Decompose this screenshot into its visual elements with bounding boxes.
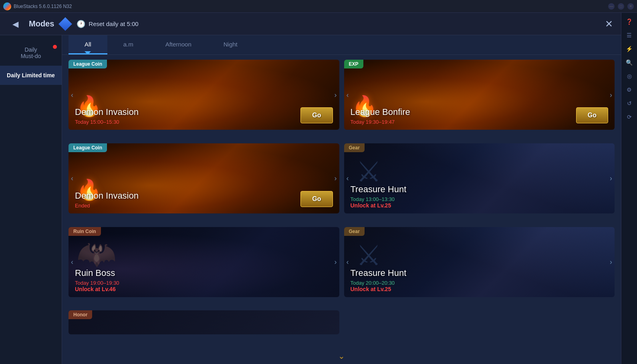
card-tag-exp: EXP bbox=[344, 60, 363, 68]
card-nav-right-1[interactable]: › bbox=[335, 90, 337, 99]
sidebar-item-daily-limited-time[interactable]: Daily Limited time bbox=[0, 66, 62, 85]
minimize-button[interactable]: — bbox=[608, 3, 615, 10]
right-toolbar: ❓ ☰ ⚡ 🔍 ◎ ⚙ ↺ ⟳ bbox=[621, 13, 637, 364]
card-tag-honor: Honor bbox=[69, 310, 92, 319]
toolbar-power-icon[interactable]: ⚡ bbox=[624, 43, 635, 54]
card-unlock-1: Unlock at Lv.25 bbox=[351, 202, 609, 209]
left-sidebar: DailyMust-do Daily Limited time bbox=[0, 35, 62, 364]
back-icon: ◀ bbox=[12, 19, 18, 29]
body-content: DailyMust-do Daily Limited time All a.m … bbox=[0, 35, 621, 364]
app-name: BlueStacks 5.6.0.1126 N32 bbox=[14, 4, 608, 9]
card-time-1: Today 15:00–15:30 bbox=[75, 119, 333, 125]
card-title-4: Treasure Hunt bbox=[351, 184, 609, 195]
card-time-4: Today 13:00–13:30 bbox=[351, 196, 609, 202]
card-title-5: Ruin Boss bbox=[75, 268, 333, 278]
main-layout: ◀ Modes 🕐 Reset daily at 5:00 ✕ DailyMus… bbox=[0, 13, 637, 364]
card-league-bonfire: 🔥 EXP ‹ › League Bonfire Today 19:30–19:… bbox=[344, 60, 615, 130]
card-tag-gear-2: Gear bbox=[344, 227, 365, 236]
close-window-button[interactable]: ✕ bbox=[627, 3, 634, 10]
go-button-3[interactable]: Go bbox=[300, 191, 333, 207]
diamond-icon[interactable] bbox=[58, 17, 72, 31]
card-title-3: Demon Invasion bbox=[75, 191, 333, 201]
tab-all[interactable]: All bbox=[69, 35, 107, 54]
card-ruin-boss: 🦇 Ruin Coin ‹ › Ruin Boss Today 19:00–19… bbox=[69, 227, 339, 297]
card-treasure-hunt-1: ⚔ Gear ‹ › Treasure Hunt Today 13:00–13:… bbox=[344, 143, 615, 213]
card-unlock-3: Unlock at Lv.25 bbox=[351, 286, 609, 292]
card-content-3: Demon Invasion Ended bbox=[69, 187, 339, 213]
scroll-indicator: ⌄ bbox=[62, 348, 621, 364]
card-time-2: Today 19:30–19:47 bbox=[351, 119, 609, 125]
card-tag-ruin-coin: Ruin Coin bbox=[69, 227, 101, 236]
reset-info: 🕐 Reset daily at 5:00 bbox=[77, 20, 138, 28]
card-nav-left-5[interactable]: ‹ bbox=[71, 258, 73, 266]
card-honor: Honor bbox=[69, 310, 339, 334]
maximize-button[interactable]: □ bbox=[618, 3, 624, 10]
card-treasure-hunt-2: ⚔ Gear ‹ › Treasure Hunt Today 20:00–20:… bbox=[344, 227, 615, 297]
card-content-1: Demon Invasion Today 15:00–15:30 bbox=[69, 103, 339, 130]
bluestacks-logo bbox=[3, 2, 11, 10]
card-nav-right-4[interactable]: › bbox=[610, 174, 612, 183]
card-demon-invasion-1: 🔥 League Coin ‹ › Demon Invasion Today 1… bbox=[69, 60, 339, 130]
card-demon-invasion-2: 🔥 League Coin ‹ › Demon Invasion Ended G… bbox=[69, 143, 339, 213]
toolbar-sync-icon[interactable]: ⟳ bbox=[624, 111, 635, 123]
title-bar: BlueStacks 5.6.0.1126 N32 — □ ✕ bbox=[0, 0, 637, 13]
toolbar-menu-icon[interactable]: ☰ bbox=[624, 30, 635, 41]
card-time-6: Today 20:00–20:30 bbox=[351, 280, 609, 286]
card-nav-left-6[interactable]: ‹ bbox=[347, 258, 349, 266]
clock-icon: 🕐 bbox=[77, 20, 85, 28]
close-button[interactable]: ✕ bbox=[605, 18, 613, 30]
go-button-2[interactable]: Go bbox=[576, 107, 608, 123]
card-nav-right-3[interactable]: › bbox=[335, 174, 337, 183]
card-unlock-2: Unlock at Lv.46 bbox=[75, 286, 333, 292]
tab-am[interactable]: a.m bbox=[107, 35, 149, 54]
chevron-down-icon: ⌄ bbox=[338, 352, 345, 360]
card-nav-right-5[interactable]: › bbox=[335, 258, 337, 266]
toolbar-settings-icon[interactable]: ⚙ bbox=[624, 84, 635, 95]
tabs: All a.m Afternoon Night bbox=[62, 35, 621, 55]
modes-title: Modes bbox=[29, 19, 54, 28]
tab-night[interactable]: Night bbox=[208, 35, 254, 54]
card-content-4: Treasure Hunt Today 13:00–13:30 Unlock a… bbox=[344, 180, 615, 213]
card-nav-left-2[interactable]: ‹ bbox=[347, 90, 349, 99]
card-tag-league-coin-1: League Coin bbox=[69, 60, 107, 68]
reset-label: Reset daily at 5:00 bbox=[89, 20, 138, 27]
card-tag-gear-1: Gear bbox=[344, 143, 365, 152]
cards-grid: 🔥 League Coin ‹ › Demon Invasion Today 1… bbox=[62, 55, 621, 348]
card-title-2: League Bonfire bbox=[351, 107, 609, 117]
go-button-1[interactable]: Go bbox=[300, 107, 333, 123]
toolbar-help-icon[interactable]: ❓ bbox=[624, 16, 635, 27]
main-panel: All a.m Afternoon Night 🔥 League Coin ‹ … bbox=[62, 35, 621, 364]
card-nav-right-6[interactable]: › bbox=[610, 258, 612, 266]
tab-afternoon[interactable]: Afternoon bbox=[149, 35, 208, 54]
card-nav-left-3[interactable]: ‹ bbox=[71, 174, 73, 183]
card-nav-left-1[interactable]: ‹ bbox=[71, 90, 73, 99]
sidebar-item-daily-must-do[interactable]: DailyMust-do bbox=[0, 40, 62, 66]
card-content-2: League Bonfire Today 19:30–19:47 bbox=[344, 103, 615, 130]
toolbar-refresh-icon[interactable]: ↺ bbox=[624, 98, 635, 109]
window-controls: — □ ✕ bbox=[608, 3, 634, 10]
toolbar-circle-icon[interactable]: ◎ bbox=[624, 70, 635, 82]
card-ended-status: Ended bbox=[75, 203, 333, 209]
card-time-5: Today 19:00–19:30 bbox=[75, 280, 333, 286]
card-nav-left-4[interactable]: ‹ bbox=[347, 174, 349, 183]
header: ◀ Modes 🕐 Reset daily at 5:00 ✕ bbox=[0, 13, 621, 35]
card-content-6: Treasure Hunt Today 20:00–20:30 Unlock a… bbox=[344, 264, 615, 297]
content-area: ◀ Modes 🕐 Reset daily at 5:00 ✕ DailyMus… bbox=[0, 13, 621, 364]
toolbar-search-icon[interactable]: 🔍 bbox=[624, 57, 635, 68]
card-title-1: Demon Invasion bbox=[75, 107, 333, 117]
card-content-5: Ruin Boss Today 19:00–19:30 Unlock at Lv… bbox=[69, 264, 339, 297]
card-tag-league-coin-2: League Coin bbox=[69, 143, 107, 152]
card-nav-right-2[interactable]: › bbox=[610, 90, 612, 99]
card-title-6: Treasure Hunt bbox=[351, 268, 609, 278]
notification-dot bbox=[53, 45, 57, 49]
back-button[interactable]: ◀ bbox=[8, 17, 22, 31]
